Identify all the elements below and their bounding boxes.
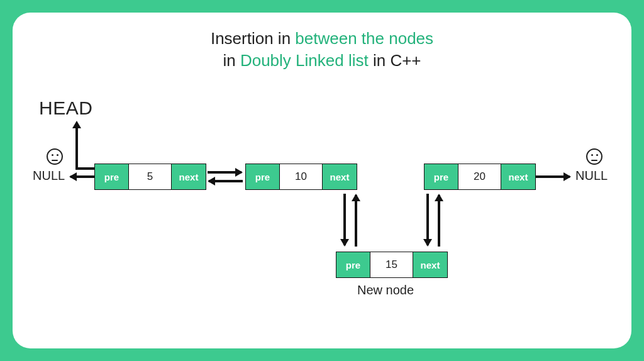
arrow-newnode-to-node3 bbox=[438, 195, 440, 247]
arrow-newnode-to-node2 bbox=[355, 195, 357, 247]
node-value: 20 bbox=[458, 164, 501, 189]
diagram-canvas: HEAD NULL NULL pre 5 next pre 10 next pr… bbox=[13, 13, 631, 348]
node-3: pre 20 next bbox=[424, 164, 536, 190]
node-2: pre 10 next bbox=[245, 164, 357, 190]
arrow-node1-to-node2 bbox=[208, 171, 242, 174]
node-pre-label: pre bbox=[246, 164, 280, 189]
arrow-node2-to-node1 bbox=[209, 180, 243, 182]
node-next-label: next bbox=[172, 164, 206, 189]
arrow-node3-to-null bbox=[536, 175, 570, 178]
node-next-label: next bbox=[413, 252, 447, 277]
arrow-node1-to-null bbox=[70, 175, 94, 178]
head-label: HEAD bbox=[39, 97, 92, 119]
node-pre-label: pre bbox=[425, 164, 458, 189]
null-right-label: NULL bbox=[575, 169, 608, 183]
node-value: 15 bbox=[370, 252, 413, 277]
new-node: pre 15 next bbox=[336, 252, 448, 278]
node-pre-label: pre bbox=[336, 252, 370, 277]
null-left-label: NULL bbox=[33, 169, 65, 183]
node-value: 10 bbox=[280, 164, 323, 189]
arrow-node3-to-newnode bbox=[426, 194, 429, 245]
node-pre-label: pre bbox=[95, 164, 129, 189]
new-node-label: New node bbox=[357, 283, 414, 297]
neutral-face-icon bbox=[47, 148, 63, 165]
arrow-node2-to-newnode bbox=[343, 194, 346, 245]
node-next-label: next bbox=[501, 164, 535, 189]
node-1: pre 5 next bbox=[94, 164, 206, 190]
node-next-label: next bbox=[323, 164, 357, 189]
node-value: 5 bbox=[129, 164, 172, 189]
neutral-face-icon bbox=[586, 148, 602, 165]
